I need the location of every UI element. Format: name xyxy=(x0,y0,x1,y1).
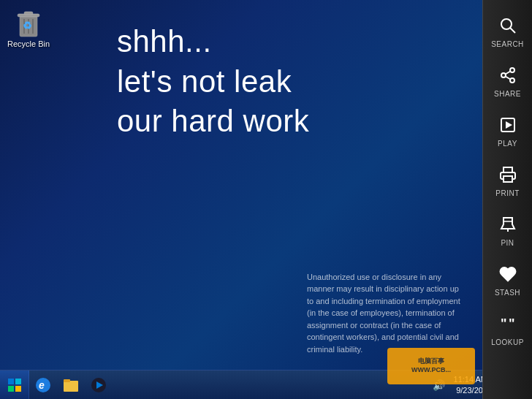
taskbar-ie-icon[interactable]: e xyxy=(31,373,55,397)
charm-print[interactable]: PRINT xyxy=(483,156,533,206)
svg-point-19 xyxy=(510,68,514,72)
svg-text:♻: ♻ xyxy=(23,20,32,31)
svg-point-17 xyxy=(501,19,512,29)
svg-text:e: e xyxy=(39,379,45,391)
recycle-bin-label: Recycle Bin xyxy=(6,39,51,49)
charm-print-label: PRINT xyxy=(495,189,520,197)
watermark: 电脑百事WWW.PCB... xyxy=(387,348,475,384)
disclaimer-text: Unauthorized use or disclosure in any ma… xyxy=(307,271,460,356)
share-icon xyxy=(499,66,517,87)
charm-play[interactable]: PLAY xyxy=(483,107,533,156)
svg-point-20 xyxy=(501,73,506,77)
svg-rect-8 xyxy=(15,379,21,384)
charm-stash-label: STASH xyxy=(495,289,520,297)
svg-marker-25 xyxy=(506,121,512,129)
charm-lookup-label: LOOKUP xyxy=(491,338,524,346)
lookup-icon: " " xyxy=(499,315,517,335)
svg-rect-10 xyxy=(15,386,21,392)
watermark-text: 电脑百事WWW.PCB... xyxy=(411,357,451,374)
charm-share-label: SHARE xyxy=(494,90,521,98)
svg-rect-7 xyxy=(8,379,14,384)
svg-point-21 xyxy=(510,78,514,83)
search-icon xyxy=(499,17,517,37)
charm-stash[interactable]: STASH xyxy=(483,256,533,305)
svg-rect-14 xyxy=(64,379,70,382)
svg-line-18 xyxy=(510,28,515,33)
svg-rect-2 xyxy=(24,12,33,15)
taskbar-media-icon[interactable] xyxy=(87,373,110,397)
stash-icon xyxy=(499,265,517,286)
print-icon xyxy=(499,166,517,186)
main-text-line2: let's not leak xyxy=(117,64,292,99)
svg-rect-26 xyxy=(503,176,512,182)
svg-rect-9 xyxy=(8,386,14,392)
play-icon xyxy=(499,116,517,137)
charm-search[interactable]: SEARCH xyxy=(483,7,533,57)
svg-rect-13 xyxy=(64,381,78,392)
recycle-bin-graphic: ♻ xyxy=(14,6,43,38)
charm-share[interactable]: SHARE xyxy=(483,57,533,107)
desktop: ♻ Recycle Bin shhh... let's not leak our… xyxy=(0,0,497,399)
charms-bar: SEARCH SHARE PLAY xyxy=(482,0,532,399)
charm-pin-label: PIN xyxy=(501,239,514,247)
taskbar-explorer-icon[interactable] xyxy=(59,373,83,397)
main-text-line3: our hard work xyxy=(117,104,309,138)
pin-icon xyxy=(499,216,517,236)
start-button[interactable] xyxy=(0,370,29,400)
main-message: shhh... let's not leak our hard work xyxy=(117,22,309,142)
svg-text:": " xyxy=(501,316,507,331)
charm-play-label: PLAY xyxy=(498,140,517,148)
main-text-line1: shhh... xyxy=(117,24,212,58)
svg-line-22 xyxy=(505,76,510,79)
charm-pin[interactable]: PIN xyxy=(483,206,533,256)
charm-search-label: SEARCH xyxy=(491,40,524,48)
svg-line-23 xyxy=(505,71,510,74)
recycle-bin-icon[interactable]: ♻ Recycle Bin xyxy=(6,6,51,49)
svg-text:": " xyxy=(509,316,515,331)
charm-lookup[interactable]: " " LOOKUP xyxy=(483,305,533,355)
